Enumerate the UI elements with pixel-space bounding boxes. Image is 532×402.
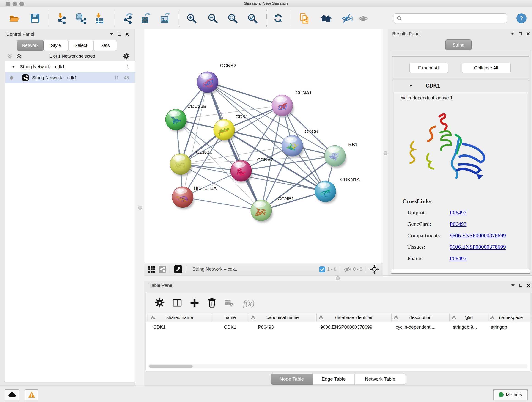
tab-network-table[interactable]: Network Table xyxy=(355,374,406,385)
panel-menu-icon[interactable] xyxy=(511,283,515,287)
help-icon[interactable]: ? xyxy=(516,13,526,23)
column-header-id[interactable]: @id xyxy=(450,313,488,322)
expand-all-button[interactable]: Expand All xyxy=(409,63,448,73)
cloud-services-button[interactable] xyxy=(5,389,19,400)
float-panel-icon[interactable] xyxy=(519,283,523,287)
clone-network-icon[interactable] xyxy=(299,13,310,24)
string-home-icon[interactable] xyxy=(321,13,331,24)
crosslink-link[interactable]: P06493 xyxy=(450,255,467,261)
export-image-icon[interactable] xyxy=(160,13,171,24)
tab-node-table[interactable]: Node Table xyxy=(271,374,313,385)
import-network-from-database-icon[interactable] xyxy=(75,13,86,24)
control-canvas-splitter[interactable] xyxy=(135,29,145,386)
network-canvas[interactable]: CCNB2CCNA1CDC25BCDK1CDC6RB1CCNB1CCNA2CDK… xyxy=(144,29,383,263)
table-hscrollbar[interactable] xyxy=(148,364,528,368)
crosslink-link[interactable]: P06493 xyxy=(450,221,467,227)
canvas-results-splitter[interactable] xyxy=(383,29,388,275)
protein-section-header[interactable]: CDK1 xyxy=(393,80,529,91)
cell-canonical-name[interactable]: P06493 xyxy=(249,322,317,332)
network-edge[interactable] xyxy=(208,82,261,211)
network-row-selected[interactable]: String Network – cdk1 11 48 xyxy=(5,72,135,83)
splitter-grip[interactable] xyxy=(384,151,387,155)
results-tab-string[interactable]: String xyxy=(445,39,472,51)
show-column-panel-icon[interactable] xyxy=(172,298,182,308)
global-search-box[interactable] xyxy=(394,13,507,23)
canvas-table-splitter[interactable] xyxy=(144,275,532,281)
create-column-plus-icon[interactable] xyxy=(190,298,200,308)
delete-column-trash-icon[interactable] xyxy=(207,298,217,308)
cell-namespace[interactable]: stringdb xyxy=(488,322,530,332)
import-network-from-file-icon[interactable] xyxy=(56,13,67,24)
open-session-icon[interactable] xyxy=(9,13,20,24)
cell-shared-name[interactable]: CDK1 xyxy=(148,322,211,332)
import-table-from-file-icon[interactable] xyxy=(94,13,105,24)
birds-eye-view-icon[interactable] xyxy=(148,266,155,273)
network-options-gear-icon[interactable] xyxy=(123,53,130,60)
float-panel-icon[interactable] xyxy=(117,32,121,36)
hide-graphics-details-icon[interactable] xyxy=(342,13,353,24)
table-hscrollbar-thumb[interactable] xyxy=(149,365,193,368)
results-panel: Results Panel String Expand All Collapse… xyxy=(388,29,532,275)
warnings-button[interactable] xyxy=(25,389,38,400)
cell-database-identifier[interactable]: 9606.ENSP00000378699 xyxy=(317,322,392,332)
table-options-gear-icon[interactable] xyxy=(155,298,165,308)
pan-crosshair-icon[interactable] xyxy=(370,265,379,274)
expand-all-networks-icon[interactable] xyxy=(16,53,22,59)
results-hscrollbar[interactable] xyxy=(391,269,530,273)
panel-menu-icon[interactable] xyxy=(109,32,114,36)
node-gloss xyxy=(202,74,209,77)
column-header-description[interactable]: description xyxy=(392,313,450,322)
zoom-selected-icon[interactable] xyxy=(247,13,258,24)
float-panel-icon[interactable] xyxy=(518,32,522,36)
zoom-in-icon[interactable] xyxy=(186,13,197,24)
show-graphics-details-icon[interactable] xyxy=(358,13,369,24)
string-style-toggle-icon[interactable] xyxy=(158,265,166,273)
tab-network[interactable]: Network xyxy=(17,40,44,51)
search-input[interactable] xyxy=(402,16,499,21)
tab-sets[interactable]: Sets xyxy=(94,40,117,51)
status-bar: Memory xyxy=(0,386,532,402)
tab-select[interactable]: Select xyxy=(68,40,94,51)
close-panel-icon[interactable] xyxy=(125,32,129,36)
cell-id[interactable]: stringdb:9... xyxy=(450,322,488,332)
refresh-network-icon[interactable] xyxy=(273,13,284,24)
open-in-new-window-icon[interactable] xyxy=(174,265,183,274)
collapse-all-networks-icon[interactable] xyxy=(6,53,13,59)
crosslink-link[interactable]: 9606.ENSP00000378699 xyxy=(450,232,506,238)
zoom-out-icon[interactable] xyxy=(207,13,218,24)
export-network-icon[interactable] xyxy=(123,13,134,24)
close-panel-icon[interactable] xyxy=(526,32,530,36)
collapse-all-button[interactable]: Collapse All xyxy=(462,63,511,73)
toolbar-separator xyxy=(340,265,340,273)
collection-expander-icon[interactable] xyxy=(12,65,15,68)
column-header-shared-name[interactable]: shared name xyxy=(148,313,211,322)
splitter-grip[interactable] xyxy=(138,206,142,210)
section-expander-icon[interactable] xyxy=(409,84,413,88)
network-edge[interactable] xyxy=(183,82,208,197)
panel-menu-icon[interactable] xyxy=(510,32,515,36)
window-title: Session: New Session xyxy=(0,1,532,6)
splitter-grip[interactable] xyxy=(336,276,340,280)
zoom-fit-icon[interactable] xyxy=(227,13,238,24)
network-edge[interactable] xyxy=(208,82,335,156)
network-collection-row[interactable]: String Network – cdk1 1 xyxy=(5,61,135,72)
column-header-name[interactable]: name xyxy=(211,313,249,322)
tab-style[interactable]: Style xyxy=(44,40,68,51)
close-panel-icon[interactable] xyxy=(526,283,531,287)
column-type-icon xyxy=(394,316,398,320)
column-header-namespace[interactable]: namespace xyxy=(488,313,530,322)
selected-items-checkbox-icon[interactable] xyxy=(319,266,325,273)
node-gloss xyxy=(170,111,177,114)
tab-edge-table[interactable]: Edge Table xyxy=(313,374,355,385)
crosslink-link[interactable]: P06493 xyxy=(450,210,467,216)
save-session-icon[interactable] xyxy=(30,13,41,24)
column-header-canonical-name[interactable]: canonical name xyxy=(249,313,317,322)
column-header-database-identifier[interactable]: database identifier xyxy=(317,313,392,322)
crosslink-link[interactable]: 9606.ENSP00000378699 xyxy=(450,244,506,250)
export-table-icon[interactable] xyxy=(141,13,152,24)
cell-description[interactable]: cyclin-dependent ... xyxy=(392,322,450,332)
main-toolbar: ? xyxy=(0,7,532,30)
cell-name[interactable]: CDK1 xyxy=(211,322,249,332)
table-row[interactable]: CDK1 CDK1 P06493 9606.ENSP00000378699 cy… xyxy=(146,322,530,332)
memory-button[interactable]: Memory xyxy=(493,389,528,400)
